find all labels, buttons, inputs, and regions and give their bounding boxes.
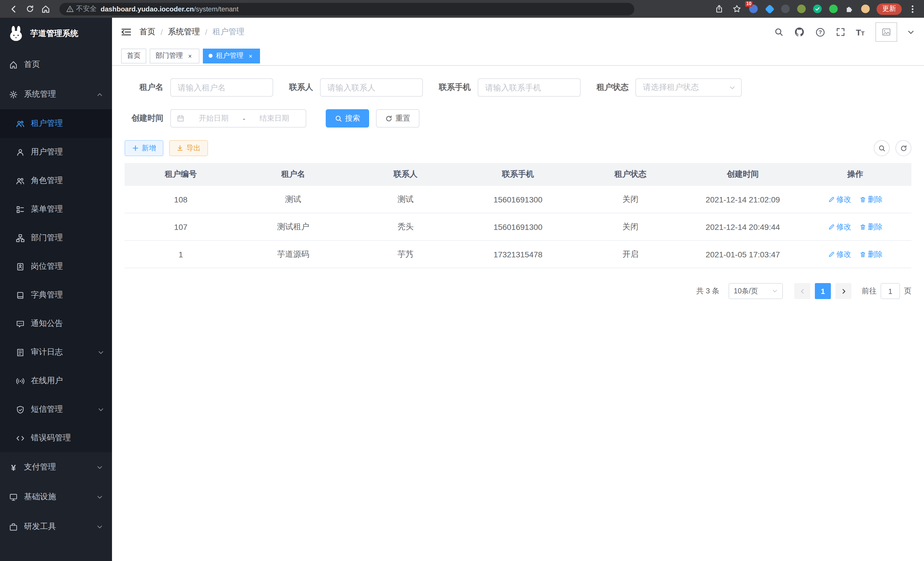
tab-home[interactable]: 首页 xyxy=(121,48,146,63)
close-icon[interactable]: × xyxy=(247,52,254,59)
search-icon xyxy=(774,27,783,37)
phone-label: 联系手机 xyxy=(439,82,471,93)
sidebar-item-tenant[interactable]: 租户管理 xyxy=(0,109,112,138)
tenant-table: 租户编号 租户名 联系人 联系手机 租户状态 创建时间 操作 108 测试 测试… xyxy=(124,163,911,268)
phone-input[interactable] xyxy=(478,78,580,97)
toolbox-icon xyxy=(9,522,18,531)
breadcrumb-system[interactable]: 系统管理 xyxy=(168,27,200,37)
toggle-search-button[interactable] xyxy=(874,140,890,156)
search-button[interactable]: 搜索 xyxy=(326,109,369,128)
chevron-down-icon xyxy=(97,494,103,500)
delete-button[interactable]: 删除 xyxy=(859,249,883,259)
chevron-left-icon xyxy=(799,288,806,294)
extension-icon-2[interactable] xyxy=(765,4,774,14)
avatar-menu-caret[interactable] xyxy=(908,30,914,34)
close-icon[interactable]: × xyxy=(186,52,194,59)
help-button[interactable]: ? xyxy=(815,27,825,37)
chevron-down-icon xyxy=(97,464,103,470)
browser-menu-button[interactable] xyxy=(908,1,917,17)
sidebar-item-notice[interactable]: 通知公告 xyxy=(0,309,112,338)
extension-icon-6[interactable] xyxy=(829,4,838,14)
table-row: 108 测试 测试 15601691300 关闭 2021-12-14 21:0… xyxy=(124,186,911,213)
plus-icon xyxy=(132,145,139,152)
export-button[interactable]: 导出 xyxy=(169,140,208,156)
extensions-menu-button[interactable] xyxy=(844,4,854,14)
date-range-picker[interactable]: 开始日期 - 结束日期 xyxy=(170,109,306,128)
sidebar-nav: 首页 系统管理 租户管理 用户管理 xyxy=(0,50,112,541)
browser-reload-button[interactable] xyxy=(22,1,38,17)
sidebar-item-menu[interactable]: 菜单管理 xyxy=(0,195,112,224)
header-search-button[interactable] xyxy=(774,27,783,37)
next-page-button[interactable] xyxy=(836,283,851,299)
share-button[interactable] xyxy=(713,1,724,17)
sidebar-item-dev-tools[interactable]: 研发工具 xyxy=(0,512,112,541)
edit-button[interactable]: 修改 xyxy=(828,249,851,259)
page-number-1[interactable]: 1 xyxy=(815,283,831,299)
signal-icon xyxy=(16,377,25,385)
create-time-label: 创建时间 xyxy=(124,113,164,123)
filter-contact: 联系人 xyxy=(289,78,423,97)
gear-icon xyxy=(9,90,18,99)
reset-button[interactable]: 重置 xyxy=(376,109,419,128)
extension-icon-5[interactable] xyxy=(813,4,822,14)
menu-list-icon xyxy=(16,205,25,214)
sidebar-item-post[interactable]: 岗位管理 xyxy=(0,252,112,281)
app-logo[interactable]: 芋道管理系统 xyxy=(0,18,112,50)
logo-image xyxy=(8,25,25,42)
tab-tenant[interactable]: 租户管理 × xyxy=(203,48,260,63)
security-warning[interactable]: 不安全 xyxy=(66,4,97,14)
sidebar-item-user[interactable]: 用户管理 xyxy=(0,138,112,166)
monitor-icon xyxy=(9,493,18,501)
breadcrumb-home[interactable]: 首页 xyxy=(140,27,155,37)
tab-dept[interactable]: 部门管理 × xyxy=(150,48,200,63)
prev-page-button[interactable] xyxy=(794,283,810,299)
add-button[interactable]: 新增 xyxy=(124,140,164,156)
url-host: dashboard.yudao.iocoder.cn xyxy=(100,5,194,13)
sidebar-item-sms[interactable]: 短信管理 xyxy=(0,395,112,424)
chevron-down-icon xyxy=(97,523,103,530)
sidebar-item-online-users[interactable]: 在线用户 xyxy=(0,367,112,395)
tenant-name-input[interactable] xyxy=(170,78,273,97)
sidebar-item-role[interactable]: 角色管理 xyxy=(0,166,112,195)
contact-input[interactable] xyxy=(320,78,423,97)
bookmark-star-button[interactable] xyxy=(731,1,742,17)
delete-button[interactable]: 删除 xyxy=(859,222,883,232)
goto-label: 前往 xyxy=(862,286,877,296)
browser-profile-avatar[interactable] xyxy=(861,4,870,14)
sidebar-item-infrastructure[interactable]: 基础设施 xyxy=(0,482,112,512)
browser-actions: 10 更新 xyxy=(713,1,918,17)
sidebar-item-dict[interactable]: 字典管理 xyxy=(0,281,112,309)
address-bar[interactable]: 不安全 dashboard.yudao.iocoder.cn/system/te… xyxy=(59,3,634,15)
edit-button[interactable]: 修改 xyxy=(828,222,851,232)
sidebar-item-payment[interactable]: ¥ 支付管理 xyxy=(0,452,112,482)
edit-icon xyxy=(828,251,835,258)
browser-update-button[interactable]: 更新 xyxy=(877,3,902,15)
goto-page-input[interactable] xyxy=(880,283,900,299)
sidebar-item-home[interactable]: 首页 xyxy=(0,50,112,80)
avatar[interactable] xyxy=(875,22,897,42)
back-icon xyxy=(9,4,18,14)
badge-icon xyxy=(16,262,25,271)
extension-icon-1[interactable]: 10 xyxy=(748,4,758,14)
browser-back-button[interactable] xyxy=(6,1,22,17)
github-link[interactable] xyxy=(794,27,804,37)
delete-button[interactable]: 删除 xyxy=(859,194,883,205)
sidebar-item-dept[interactable]: 部门管理 xyxy=(0,224,112,252)
refresh-table-button[interactable] xyxy=(896,140,911,156)
fullscreen-button[interactable] xyxy=(836,27,845,37)
edit-button[interactable]: 修改 xyxy=(828,194,851,205)
warning-icon xyxy=(66,5,74,13)
browser-home-button[interactable] xyxy=(38,1,54,17)
page-size-select[interactable]: 10条/页 xyxy=(729,283,783,299)
refresh-icon xyxy=(385,115,393,122)
sidebar-item-error-code[interactable]: 错误码管理 xyxy=(0,424,112,452)
url-path: /system/tenant xyxy=(194,5,238,13)
font-size-button[interactable]: TT xyxy=(856,27,865,37)
sidebar-item-audit-log[interactable]: 审计日志 xyxy=(0,338,112,367)
sidebar-item-system[interactable]: 系统管理 xyxy=(0,80,112,109)
extension-icon-3[interactable] xyxy=(781,4,790,14)
status-select[interactable]: 请选择租户状态 xyxy=(635,78,742,97)
collapse-sidebar-button[interactable] xyxy=(121,27,131,37)
browser-chrome: 不安全 dashboard.yudao.iocoder.cn/system/te… xyxy=(0,0,924,18)
extension-icon-4[interactable] xyxy=(796,4,806,14)
